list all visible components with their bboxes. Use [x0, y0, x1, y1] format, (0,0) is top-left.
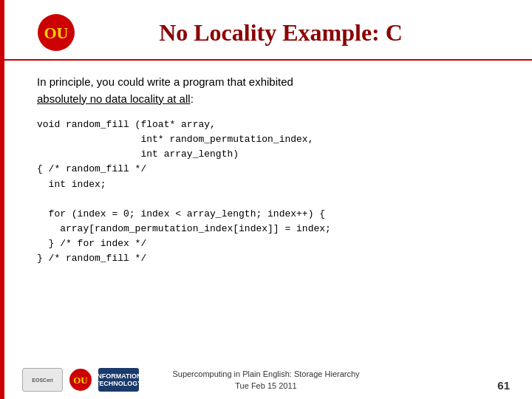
svg-text:OU: OU	[73, 375, 88, 386]
footer-text: Supercomputing in Plain English: Storage…	[172, 369, 359, 392]
eosceri-logo: EOSCeri	[22, 368, 63, 392]
footer-subtitle: Supercomputing in Plain English: Storage…	[172, 369, 359, 380]
slide-header: OU No Locality Example: C	[0, 0, 532, 61]
footer-logos: EOSCeri OU INFORMATIONTECHNOLOGY	[22, 368, 139, 392]
footer-date: Tue Feb 15 2011	[172, 381, 359, 392]
intro-paragraph: In principle, you could write a program …	[37, 74, 495, 107]
code-block: void random_fill (float* array, int* ran…	[37, 117, 495, 266]
slide-number: 61	[497, 379, 510, 392]
slide-footer: EOSCeri OU INFORMATIONTECHNOLOGY Superco…	[0, 369, 532, 392]
svg-text:OU: OU	[44, 24, 69, 42]
ou-logo: OU	[37, 13, 75, 52]
intro-line1: In principle, you could write a program …	[37, 75, 293, 88]
slide-title: No Locality Example: C	[90, 19, 510, 47]
slide-content: In principle, you could write a program …	[0, 61, 532, 273]
it-logo: INFORMATIONTECHNOLOGY	[98, 368, 139, 392]
ou-small-logo: OU	[69, 368, 92, 392]
slide: OU No Locality Example: C In principle, …	[0, 0, 532, 399]
intro-underline: absolutely no data locality at all	[37, 92, 191, 105]
intro-colon: :	[191, 92, 194, 105]
